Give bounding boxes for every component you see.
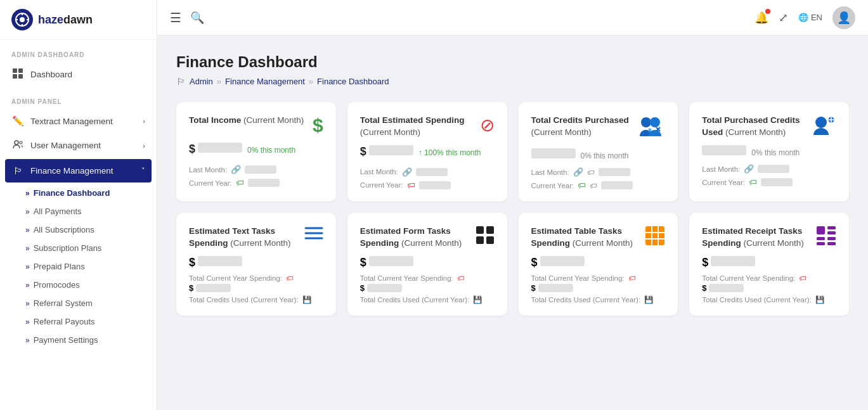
finance-arrow: ˅ — [141, 167, 145, 175]
credits-purchased-amount — [531, 148, 576, 158]
card-title-text-tasks: Estimated Text Tasks Spending (Current M… — [189, 226, 304, 250]
svg-point-12 — [641, 117, 651, 127]
globe-icon: 🌐 — [798, 13, 808, 22]
admin-dashboard-section: ADMIN DASHBOARD — [0, 40, 157, 62]
topbar-right: 🔔 ⤢ 🌐 EN 👤 — [755, 6, 855, 29]
credits-used-year-icon: 🏷 — [749, 177, 757, 187]
credits-used-meta: Last Month: 🔗 Current Year: 🏷 — [702, 164, 836, 187]
sidebar-subitem-all-payments[interactable]: » All Payments — [0, 202, 157, 221]
income-meta: Last Month: 🔗 Current Year: 🏷 — [189, 165, 323, 188]
sidebar-subitem-finance-dashboard[interactable]: » Finance Dashboard — [0, 184, 157, 202]
content-area: Finance Dashboard 🏳 Admin » Finance Mana… — [157, 35, 868, 410]
sidebar-subitem-referral-payouts[interactable]: » Referral Payouts — [0, 312, 157, 331]
credits-purchased-year-icon: 🏷 — [578, 181, 586, 190]
card-total-credits-used: Total Purchased Credits Used (Current Mo… — [689, 102, 849, 202]
receipt-tasks-year-icon: 🏷 — [799, 274, 806, 282]
card-title-credits-purchased: Total Credits Purchased (Current Month) — [531, 115, 638, 139]
credits-used-pct: 0% this month — [751, 148, 800, 157]
table-tasks-credits-icon: 💾 — [644, 295, 653, 304]
page-title: Finance Dashboard — [176, 53, 849, 71]
sidebar-item-dashboard[interactable]: Dashboard — [0, 62, 157, 87]
text-tasks-credits-icon: 💾 — [302, 295, 311, 304]
sidebar-subitem-payment-settings[interactable]: » Payment Settings — [0, 331, 157, 349]
credits-used-icon — [812, 115, 836, 139]
card-total-credits-purchased: Total Credits Purchased (Current Month) — [519, 102, 678, 202]
income-lastmonth-icon: 🔗 — [231, 165, 241, 174]
admin-panel-section: ADMIN PANEL — [0, 87, 157, 109]
svg-rect-35 — [817, 242, 825, 245]
breadcrumb: 🏳 Admin » Finance Management » Finance D… — [176, 76, 849, 87]
top-cards-grid: Total Income (Current Month) $ $ 0% this… — [176, 102, 849, 202]
credits-used-amount — [702, 145, 746, 155]
svg-rect-31 — [827, 226, 836, 229]
spending-lastmonth-icon: 🔗 — [402, 167, 412, 177]
spending-amount-value — [369, 145, 413, 155]
svg-rect-9 — [18, 74, 23, 79]
finance-icon: 🏳 — [11, 165, 24, 176]
sidebar-item-finance-management[interactable]: 🏳 Finance Management ˅ — [5, 159, 152, 183]
svg-rect-34 — [827, 237, 836, 240]
notification-badge — [765, 9, 770, 14]
sidebar-subitem-promocodes[interactable]: » Promocodes — [0, 276, 157, 294]
card-title-table-tasks: Estimated Table Tasks Spending (Current … — [531, 226, 645, 250]
table-tasks-icon — [645, 226, 665, 248]
topbar-left: ☰ 🔍 — [170, 10, 204, 25]
credits-purchased-lastmonth-icon2: 🏷 — [587, 169, 595, 176]
svg-rect-24 — [486, 236, 494, 244]
card-title-credits-used: Total Purchased Credits Used (Current Mo… — [702, 115, 812, 139]
sidebar-item-user-management[interactable]: User Management › — [0, 133, 157, 158]
form-tasks-credits-icon: 💾 — [473, 295, 482, 304]
income-currentyear-icon: 🏷 — [236, 178, 244, 188]
svg-rect-36 — [827, 242, 836, 245]
user-management-icon — [11, 139, 24, 151]
svg-rect-21 — [476, 226, 484, 234]
card-text-tasks: Estimated Text Tasks Spending (Current M… — [176, 213, 336, 316]
card-title-form-tasks: Estimated Form Tasks Spending (Current M… — [360, 226, 476, 250]
search-icon[interactable]: 🔍 — [190, 11, 204, 25]
credits-purchased-year-icon2: 🏷 — [590, 182, 597, 189]
income-amount: $ — [189, 143, 242, 156]
breadcrumb-admin[interactable]: Admin — [190, 77, 213, 86]
sidebar-subitem-subscription-plans[interactable]: » Subscription Plans — [0, 239, 157, 257]
form-tasks-icon — [476, 226, 495, 247]
svg-point-10 — [15, 141, 18, 144]
sidebar-subitem-prepaid-plans[interactable]: » Prepaid Plans — [0, 257, 157, 276]
receipt-tasks-icon — [816, 226, 836, 248]
breadcrumb-sep1: » — [217, 77, 221, 86]
income-pct: 0% this month — [247, 146, 295, 155]
spending-currentyear-icon: 🏷 — [407, 181, 415, 190]
card-receipt-tasks: Estimated Receipt Tasks Spending (Curren… — [689, 213, 849, 316]
notification-icon[interactable]: 🔔 — [755, 11, 768, 25]
income-icon: $ — [313, 115, 323, 136]
logo-text: hazedawn — [38, 13, 93, 27]
breadcrumb-finance-management[interactable]: Finance Management — [225, 77, 305, 86]
breadcrumb-icon: 🏳 — [176, 76, 186, 87]
dashboard-label: Dashboard — [30, 70, 72, 79]
finance-label: Finance Management — [30, 166, 113, 176]
card-table-tasks: Estimated Table Tasks Spending (Current … — [519, 213, 678, 316]
svg-rect-6 — [13, 68, 17, 73]
svg-point-14 — [815, 117, 827, 128]
sidebar-subitem-all-subscriptions[interactable]: » All Subscriptions — [0, 221, 157, 239]
dashboard-icon — [11, 68, 24, 80]
text-tasks-icon — [304, 226, 323, 245]
card-title-spending: Total Estimated Spending (Current Month) — [360, 115, 480, 139]
breadcrumb-current[interactable]: Finance Dashboard — [317, 77, 389, 86]
spending-pct: ↑ 100% this month — [418, 148, 481, 157]
svg-point-1 — [20, 17, 25, 22]
sidebar-item-textract[interactable]: ✏️ Textract Management › — [0, 109, 157, 133]
language-selector[interactable]: 🌐 EN — [798, 13, 822, 22]
user-avatar[interactable]: 👤 — [832, 6, 855, 29]
credits-purchased-icon — [637, 115, 665, 142]
menu-icon[interactable]: ☰ — [170, 10, 181, 25]
user-management-label: User Management — [30, 141, 101, 150]
credits-purchased-pct: 0% this month — [581, 151, 629, 160]
expand-icon[interactable]: ⤢ — [779, 11, 788, 25]
income-amount-value — [198, 143, 242, 153]
spending-meta: Last Month: 🔗 Current Year: 🏷 — [360, 167, 495, 190]
bottom-cards-grid: Estimated Text Tasks Spending (Current M… — [176, 213, 849, 316]
table-tasks-year-icon: 🏷 — [628, 274, 636, 282]
svg-rect-8 — [13, 74, 17, 79]
sidebar-subitem-referral-system[interactable]: » Referral System — [0, 294, 157, 312]
card-total-income: Total Income (Current Month) $ $ 0% this… — [176, 102, 336, 202]
